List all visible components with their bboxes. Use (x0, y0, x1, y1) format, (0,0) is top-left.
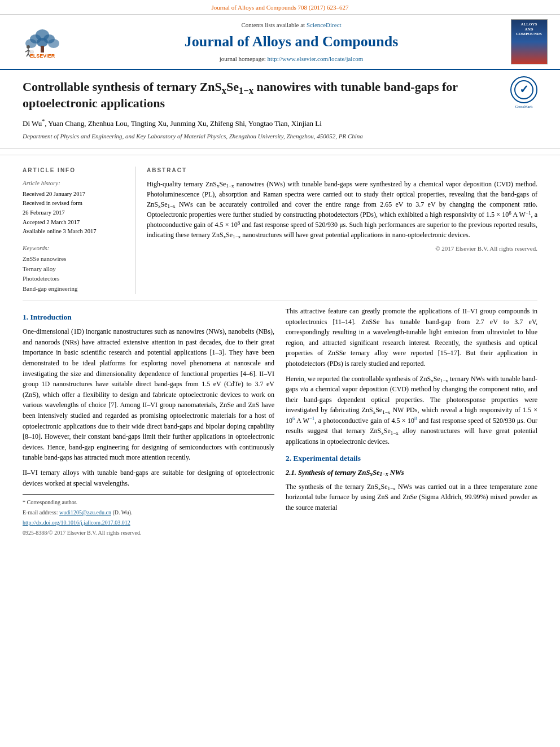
article-history-block: Article history: Received 20 January 201… (23, 179, 126, 236)
crossmark-icon: ✓ (514, 80, 534, 100)
footnote-section: * Corresponding author. E-mail address: … (23, 494, 274, 537)
rights-line: 0925-8388/© 2017 Elsevier B.V. All right… (23, 528, 274, 537)
available-date: Available online 3 March 2017 (23, 228, 126, 236)
crossmark-badge: ✓ (510, 76, 537, 103)
journal-title: Journal of Alloys and Compounds (185, 32, 399, 52)
logo-image: ELSEVIER (14, 25, 71, 59)
elsevier-svg: ELSEVIER (20, 27, 65, 58)
journal-citation: Journal of Alloys and Compounds 708 (201… (0, 0, 560, 15)
history-label: Article history: (23, 179, 126, 187)
doi-line: http://dx.doi.org/10.1016/j.jallcom.2017… (23, 518, 274, 527)
intro-heading: 1. Introduction (23, 312, 274, 323)
email-link[interactable]: wudi1205@zzu.edu.cn (59, 509, 111, 516)
body-section: 1. Introduction One-dimensional (1D) ino… (0, 300, 560, 548)
keyword-2: Ternary alloy (23, 265, 126, 273)
crossmark-container: ✓ CrossMark (510, 76, 537, 110)
authors-list: Di Wu*, Yuan Chang, Zhenhua Lou, Tingtin… (23, 119, 510, 129)
corresponding-note: * Corresponding author. (23, 498, 274, 506)
right-intro-para2: Herein, we reported the controllable syn… (286, 374, 537, 447)
abstract-text: High-quality ternary ZnSxSe1−x nanowires… (147, 179, 537, 240)
contents-available: Contents lists available at ScienceDirec… (241, 21, 341, 29)
body-left-column: 1. Introduction One-dimensional (1D) ino… (23, 306, 274, 537)
homepage-link[interactable]: http://www.elsevier.com/locate/jalcom (268, 55, 364, 62)
elsevier-logo: ELSEVIER (11, 19, 73, 64)
received-revised-label: Received in revised form (23, 199, 126, 208)
intro-para1: One-dimensional (1D) inorganic nanostruc… (23, 326, 274, 463)
citation-text: Journal of Alloys and Compounds 708 (201… (212, 4, 349, 11)
body-right-column: This attractive feature can greatly prom… (286, 306, 537, 537)
svg-point-4 (37, 38, 48, 47)
abstract-label: ABSTRACT (147, 167, 537, 174)
exp-heading: 2. Experimental details (286, 453, 537, 464)
affiliation: Department of Physics and Engineering, a… (23, 132, 510, 141)
received-date: Received 20 January 2017 (23, 190, 126, 199)
svg-point-7 (27, 45, 30, 49)
article-info-abstract: ARTICLE INFO Article history: Received 2… (0, 161, 560, 300)
crossmark-label: CrossMark (515, 104, 532, 110)
synth-para: The synthesis of the ternary ZnSxSe1−x N… (286, 482, 537, 513)
keyword-4: Band-gap engineering (23, 285, 126, 293)
synth-subheading: 2.1. Synthesis of ternary ZnSxSe1−x NWs (286, 468, 537, 478)
received-revised-date: 26 February 2017 (23, 209, 126, 217)
right-intro-para1: This attractive feature can greatly prom… (286, 306, 537, 369)
sciencedirect-link[interactable]: ScienceDirect (307, 21, 342, 28)
keyword-3: Photodetectors (23, 274, 126, 283)
abstract-column: ABSTRACT High-quality ternary ZnSxSe1−x … (147, 167, 537, 294)
email-note: E-mail address: wudi1205@zzu.edu.cn (D. … (23, 508, 274, 517)
article-title: Controllable synthesis of ternary ZnSxSe… (23, 79, 463, 111)
svg-rect-6 (41, 46, 44, 53)
doi-link[interactable]: http://dx.doi.org/10.1016/j.jallcom.2017… (23, 519, 130, 526)
article-info-column: ARTICLE INFO Article history: Received 2… (23, 167, 135, 294)
abstract-block: ABSTRACT High-quality ternary ZnSxSe1−x … (147, 167, 537, 253)
svg-text:✓: ✓ (519, 83, 529, 95)
journal-info-center: Contents lists available at ScienceDirec… (79, 19, 504, 64)
keywords-block: Keywords: ZnSSe nanowires Ternary alloy … (23, 244, 126, 293)
keyword-1: ZnSSe nanowires (23, 255, 126, 263)
article-header: Controllable synthesis of ternary ZnSxSe… (0, 70, 560, 149)
intro-para2: II–VI ternary alloys with tunable band-g… (23, 468, 274, 488)
journal-header: ELSEVIER Contents lists available at Sci… (0, 15, 560, 70)
journal-homepage: journal homepage: http://www.elsevier.co… (220, 55, 364, 63)
accepted-date: Accepted 2 March 2017 (23, 219, 126, 227)
journal-cover-image: ALLOYSANDCOMPOUNDS (511, 19, 548, 64)
keywords-label: Keywords: (23, 244, 126, 252)
svg-text:ELSEVIER: ELSEVIER (30, 53, 55, 58)
svg-point-5 (48, 39, 59, 48)
article-info-label: ARTICLE INFO (23, 167, 126, 174)
journal-thumbnail: ALLOYSANDCOMPOUNDS (509, 19, 549, 64)
copyright-line: © 2017 Elsevier B.V. All rights reserved… (147, 244, 537, 253)
svg-line-11 (27, 54, 28, 56)
